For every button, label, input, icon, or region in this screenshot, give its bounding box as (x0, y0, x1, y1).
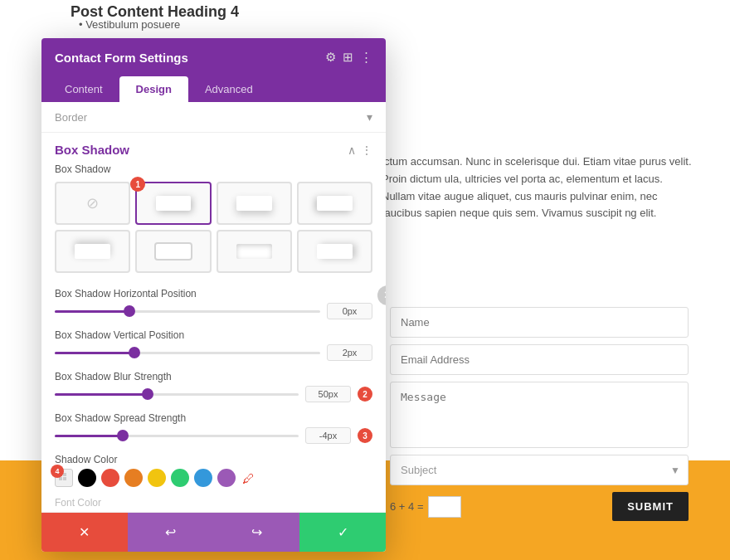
horizontal-position-label: Box Shadow Horizontal Position (55, 288, 372, 299)
color-swatch-badge-4: 4 (51, 465, 64, 478)
vertical-position-label: Box Shadow Vertical Position (55, 329, 372, 341)
color-swatch-orange[interactable] (124, 469, 143, 487)
settings-gear-icon[interactable]: ⚙ (325, 50, 336, 65)
blur-strength-value[interactable] (305, 386, 351, 402)
subject-select[interactable]: Subject (390, 455, 689, 485)
subject-select-wrap: Subject ▼ (390, 455, 689, 485)
blur-strength-thumb[interactable] (142, 388, 153, 400)
vertical-position-value[interactable] (327, 344, 372, 361)
shadow-option-1[interactable]: 1 (135, 182, 211, 225)
spread-strength-thumb[interactable] (117, 430, 129, 441)
border-chevron-icon: ▾ (367, 110, 372, 124)
tab-advanced[interactable]: Advanced (188, 76, 270, 102)
tab-design-label: Design (136, 83, 172, 95)
color-swatch-red[interactable] (101, 469, 119, 487)
tab-advanced-label: Advanced (205, 83, 253, 95)
right-body-text: ictum accumsan. Nunc in scelerisque dui.… (382, 153, 697, 222)
spread-strength-fill (55, 435, 123, 437)
color-pipette-icon[interactable]: 🖊 (242, 471, 255, 485)
vertical-position-track[interactable] (55, 352, 320, 354)
redo-button[interactable]: ↪ (214, 513, 300, 552)
border-section-title: Border (55, 111, 87, 124)
form-bottom-row: 6 + 4 = SUBMIT (390, 492, 689, 521)
tab-design[interactable]: Design (119, 76, 188, 102)
shadow-preview-3 (317, 196, 353, 211)
spread-strength-slider-wrap: 3 (55, 427, 372, 444)
box-shadow-more-icon[interactable]: ⋮ (361, 144, 372, 157)
footer-text-row: Font Color (41, 494, 386, 512)
vertical-position-fill (55, 352, 134, 354)
horizontal-position-thumb[interactable] (124, 305, 135, 317)
shadow-option-6[interactable] (217, 230, 292, 273)
blur-strength-track[interactable] (55, 393, 299, 396)
spread-strength-track[interactable] (55, 435, 299, 437)
submit-button[interactable]: SUBMIT (612, 492, 689, 521)
color-swatch-purple[interactable] (217, 469, 236, 487)
spread-strength-label: Box Shadow Spread Strength (55, 412, 372, 424)
post-bullet-1: • Vestibulum posuere (79, 18, 180, 31)
footer-text: Font Color (55, 497, 101, 509)
vertical-position-row: Box Shadow Vertical Position (41, 324, 386, 366)
captcha-input[interactable] (428, 496, 461, 518)
tab-content-label: Content (65, 83, 103, 95)
shadow-type-grid: ⊘ 1 (41, 182, 386, 283)
message-input[interactable] (390, 382, 689, 448)
color-swatch-grid[interactable]: 4 (55, 469, 73, 487)
captcha-label: 6 + 4 = (390, 500, 423, 513)
box-shadow-collapse-icon[interactable]: ∧ (348, 144, 356, 157)
confirm-icon: ✓ (338, 524, 348, 540)
shadow-option-2[interactable] (217, 182, 292, 225)
box-shadow-section-title: Box Shadow (55, 143, 129, 157)
shadow-option-5[interactable] (135, 230, 211, 273)
settings-panel: Contact Form Settings ⚙ ⊞ ⋮ Content Desi… (41, 38, 386, 552)
panel-body: Border ▾ Box Shadow ∧ ⋮ Box Shadow ⊘ 1 (41, 102, 386, 512)
color-swatch-blue[interactable] (194, 469, 212, 487)
no-shadow-icon: ⊘ (86, 194, 99, 212)
email-input[interactable] (390, 344, 689, 375)
spread-badge: 3 (358, 428, 372, 443)
color-swatches: 4 🖊 (41, 469, 386, 494)
color-swatch-yellow[interactable] (148, 469, 166, 487)
horizontal-position-row: Box Shadow Horizontal Position (41, 283, 386, 324)
vertical-position-slider-wrap (55, 344, 372, 361)
shadow-badge-1: 1 (130, 177, 145, 192)
border-section-header[interactable]: Border ▾ (41, 102, 386, 132)
box-shadow-title-row: Box Shadow ∧ ⋮ (41, 133, 386, 163)
panel-footer: ✕ ↩ ↪ ✓ (41, 512, 386, 552)
horizontal-position-track[interactable] (55, 310, 320, 313)
shadow-option-7[interactable] (297, 230, 372, 273)
grid-icon[interactable]: ⊞ (343, 50, 353, 65)
tab-content[interactable]: Content (48, 76, 119, 102)
shadow-preview-7 (317, 244, 353, 259)
cancel-icon: ✕ (79, 524, 90, 540)
svg-rect-3 (63, 477, 66, 480)
undo-button[interactable]: ↩ (128, 513, 214, 552)
shadow-option-3[interactable] (297, 182, 372, 225)
undo-icon: ↩ (165, 524, 176, 540)
spread-strength-value[interactable] (305, 427, 351, 444)
svg-rect-1 (63, 473, 66, 476)
more-options-icon[interactable]: ⋮ (360, 50, 372, 65)
horizontal-position-value[interactable] (327, 303, 372, 319)
border-section: Border ▾ (41, 102, 386, 133)
svg-rect-2 (59, 477, 62, 480)
panel-title: Contact Form Settings (55, 51, 188, 65)
name-input[interactable] (390, 307, 689, 338)
shadow-option-none[interactable]: ⊘ (55, 182, 130, 225)
panel-header-icons: ⚙ ⊞ ⋮ (325, 50, 372, 65)
panel-tabs: Content Design Advanced ✕ (41, 76, 386, 102)
vertical-position-thumb[interactable] (129, 347, 140, 358)
box-shadow-actions: ∧ ⋮ (348, 144, 372, 157)
blur-strength-slider-wrap: 2 (55, 386, 372, 402)
color-swatch-black[interactable] (78, 469, 96, 487)
color-swatch-green[interactable] (171, 469, 189, 487)
blur-strength-label: Box Shadow Blur Strength (55, 371, 372, 382)
confirm-button[interactable]: ✓ (299, 513, 386, 552)
shadow-preview-6 (236, 244, 272, 259)
blur-strength-fill (55, 393, 148, 396)
cancel-button[interactable]: ✕ (41, 513, 128, 552)
shadow-option-4[interactable] (55, 230, 130, 273)
contact-form: Subject ▼ 6 + 4 = SUBMIT (390, 307, 689, 521)
shadow-preview-1 (156, 196, 192, 211)
panel-header: Contact Form Settings ⚙ ⊞ ⋮ (41, 38, 386, 76)
